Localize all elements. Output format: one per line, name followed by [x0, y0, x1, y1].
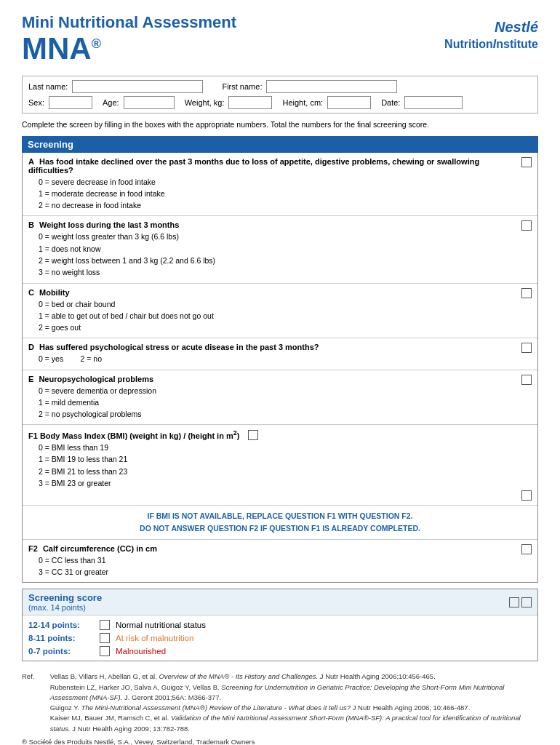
score-row-risk: 8-11 points: At risk of malnutrition: [28, 633, 532, 643]
nestle-branding: Nestlé NutritionInstitute: [444, 13, 538, 51]
first-name-input[interactable]: [266, 80, 397, 93]
question-a-options: 0 = severe decrease in food intake 1 = m…: [28, 176, 516, 212]
f1-answer-checkbox[interactable]: [521, 490, 532, 501]
score-header-row: Screening score (max. 14 points): [23, 589, 537, 615]
score-desc-normal: Normal nutritional status: [116, 621, 206, 629]
question-b-options: 0 = weight loss greater than 3 kg (6.6 l…: [28, 231, 516, 278]
ref-label: Ref.: [22, 672, 48, 682]
score-checkbox-risk[interactable]: [100, 633, 110, 643]
option-a-0: 0 = severe decrease in food intake: [39, 176, 516, 188]
question-a-content: A Has food intake declined over the past…: [28, 157, 516, 212]
score-label-malnourished: 0-7 points:: [28, 647, 94, 656]
option-e-1: 1 = mild dementia: [39, 397, 516, 408]
score-checkboxes: [509, 597, 532, 607]
question-b-letter: B: [28, 220, 34, 229]
question-d-options: 0 = yes 2 = no: [28, 353, 516, 364]
question-f2-content: F2 Calf circumference (CC) in cm 0 = CC …: [28, 544, 516, 578]
score-legend: 12-14 points: Normal nutritional status …: [23, 615, 537, 661]
question-a-title: Has food intake declined over the past 3…: [28, 157, 479, 175]
score-header-text-wrap: Screening score (max. 14 points): [28, 592, 102, 612]
option-e-0: 0 = severe dementia or depression: [39, 385, 516, 397]
score-checkbox-1[interactable]: [509, 597, 519, 607]
score-title: Screening score: [28, 592, 102, 603]
f1-title-row: F1 Body Mass Index (BMI) (weight in kg) …: [28, 429, 532, 440]
question-b-title: Weight loss during the last 3 months: [39, 220, 179, 229]
last-name-input[interactable]: [72, 80, 203, 93]
page-header: Mini Nutritional Assessment MNA® Nestlé …: [22, 13, 538, 64]
question-d-letter: D: [28, 343, 34, 351]
weight-input[interactable]: [228, 96, 272, 109]
age-input[interactable]: [124, 96, 175, 109]
score-desc-malnourished: Malnourished: [116, 647, 166, 656]
patient-details-row: Sex: Age: Weight, kg: Height, cm: Date:: [28, 96, 532, 109]
date-input[interactable]: [404, 96, 463, 109]
f1-notice-line1: IF BMI IS NOT AVAILABLE, REPLACE QUESTIO…: [28, 510, 532, 522]
question-d-content: D Has suffered psychological stress or a…: [28, 343, 516, 364]
f1-inline-checkbox[interactable]: [248, 430, 258, 440]
score-label-risk: 8-11 points:: [28, 634, 94, 642]
question-b-block: B Weight loss during the last 3 months 0…: [23, 216, 537, 283]
question-b-content: B Weight loss during the last 3 months 0…: [28, 220, 516, 278]
f1-answer-checkbox-area: [28, 490, 532, 501]
question-f1-block: F1 Body Mass Index (BMI) (weight in kg) …: [23, 425, 537, 506]
option-c-1: 1 = able to get out of bed / chair but d…: [39, 310, 516, 322]
question-a-letter: A: [28, 157, 34, 166]
question-e-letter: E: [28, 375, 33, 383]
question-d-checkbox[interactable]: [521, 343, 532, 353]
f1-label: F1 Body Mass Index (BMI) (weight in kg) …: [28, 429, 239, 440]
ref-content: Vellas B, Villars H, Abellan G, et al. O…: [50, 672, 537, 734]
question-e-content: E Neuropsychological problems 0 = severe…: [28, 375, 516, 421]
option-b-2: 2 = weight loss between 1 and 3 kg (2.2 …: [39, 255, 516, 266]
date-label: Date:: [381, 98, 400, 107]
question-c-checkbox-area: [516, 288, 532, 300]
question-e-block: E Neuropsychological problems 0 = severe…: [23, 370, 537, 426]
patient-info-form: Last name: First name: Sex: Age: Weight,…: [22, 76, 538, 113]
question-e-checkbox[interactable]: [521, 375, 532, 385]
sex-input[interactable]: [49, 96, 92, 109]
question-c-title: Mobility: [39, 288, 70, 297]
f1-notice-line2: DO NOT ANSWER QUESTION F2 IF QUESTION F1…: [28, 522, 532, 535]
question-c-content: C Mobility 0 = bed or chair bound 1 = ab…: [28, 288, 516, 334]
question-e-title: Neuropsychological problems: [39, 375, 153, 383]
option-b-1: 1 = does not know: [39, 243, 516, 255]
option-b-3: 3 = no weight loss: [39, 266, 516, 278]
nestle-name: Nestlé: [444, 19, 538, 35]
score-checkbox-malnourished[interactable]: [100, 646, 110, 656]
mna-branding: Mini Nutritional Assessment MNA®: [22, 13, 236, 64]
page-title: Mini Nutritional Assessment: [22, 13, 236, 32]
question-a-block: A Has food intake declined over the past…: [23, 153, 537, 217]
question-a-checkbox[interactable]: [521, 157, 532, 167]
f1-options: 0 = BMI less than 19 1 = BMI 19 to less …: [28, 442, 532, 489]
screening-section-header: Screening: [22, 136, 538, 153]
instructions-text: Complete the screen by filling in the bo…: [22, 119, 538, 130]
screening-score-section: Screening score (max. 14 points) 12-14 p…: [22, 589, 538, 661]
score-row-normal: 12-14 points: Normal nutritional status: [28, 620, 532, 630]
question-c-block: C Mobility 0 = bed or chair bound 1 = ab…: [23, 284, 537, 339]
score-checkbox-2[interactable]: [521, 597, 532, 607]
score-desc-risk: At risk of malnutrition: [116, 634, 193, 642]
option-a-1: 1 = moderate decrease in food intake: [39, 188, 516, 199]
option-f1-2: 2 = BMI 21 to less than 23: [39, 466, 532, 477]
ref-block: Ref. Vellas B, Villars H, Abellan G, et …: [22, 672, 538, 734]
nestle-logo: Nestlé NutritionInstitute: [444, 19, 538, 51]
question-f2-checkbox-area: [516, 544, 532, 556]
question-c-checkbox[interactable]: [521, 288, 532, 298]
nutrition-institute: NutritionInstitute: [444, 38, 538, 50]
option-f1-3: 3 = BMI 23 or greater: [39, 477, 532, 489]
screening-box: A Has food intake declined over the past…: [22, 153, 538, 583]
question-f2-title: Calf circumference (CC) in cm: [43, 544, 157, 553]
option-b-0: 0 = weight loss greater than 3 kg (6.6 l…: [39, 231, 516, 242]
option-f2-0: 0 = CC less than 31: [39, 554, 516, 566]
height-input[interactable]: [327, 96, 371, 109]
score-checkbox-normal[interactable]: [100, 620, 110, 630]
question-f2-label: F2: [28, 544, 38, 553]
option-c-0: 0 = bed or chair bound: [39, 298, 516, 310]
question-a-checkbox-area: [516, 157, 532, 169]
option-e-2: 2 = no psychological problems: [39, 408, 516, 420]
score-subtitle: (max. 14 points): [28, 603, 102, 612]
question-e-checkbox-area: [516, 375, 532, 386]
height-label: Height, cm:: [282, 98, 323, 107]
question-b-checkbox[interactable]: [521, 220, 532, 231]
references-section: Ref. Vellas B, Villars H, Abellan G, et …: [22, 672, 538, 745]
question-f2-checkbox[interactable]: [521, 544, 532, 554]
